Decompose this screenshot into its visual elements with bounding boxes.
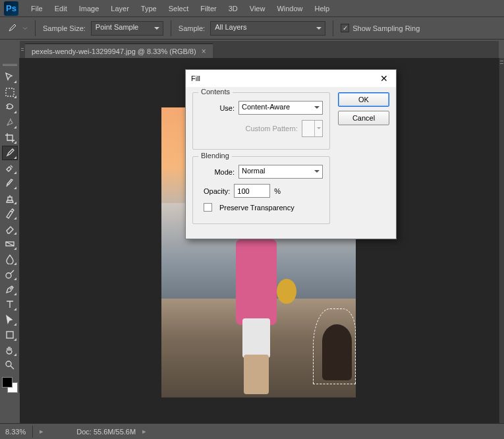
brush-tool[interactable] (2, 176, 18, 190)
dodge-tool[interactable] (2, 267, 18, 281)
custom-pattern-label: Custom Pattern: (246, 125, 298, 132)
menu-bar: Ps File Edit Image Layer Type Select Fil… (0, 0, 504, 17)
document-tab-title: pexels-wendy-wei-13299947.jpg @ 8.33% (R… (32, 47, 196, 55)
crop-tool[interactable] (2, 131, 18, 145)
sample-size-select[interactable]: Point Sample (91, 21, 163, 36)
menu-3d[interactable]: 3D (223, 2, 244, 15)
app-logo-icon: Ps (4, 1, 18, 16)
blending-legend: Blending (198, 152, 232, 160)
gradient-tool[interactable] (2, 237, 18, 251)
marching-ants-selection (313, 308, 356, 384)
cancel-button[interactable]: Cancel (338, 111, 389, 125)
document-tab[interactable]: pexels-wendy-wei-13299947.jpg @ 8.33% (R… (25, 44, 213, 58)
marquee-tool[interactable] (2, 85, 18, 100)
document-tab-strip: pexels-wendy-wei-13299947.jpg @ 8.33% (R… (20, 41, 499, 58)
options-bar: Sample Size: Point Sample Sample: All La… (0, 17, 504, 40)
shape-tool[interactable] (2, 328, 18, 342)
healing-brush-tool[interactable] (2, 161, 18, 175)
lasso-tool[interactable] (2, 100, 18, 115)
quick-select-tool[interactable] (2, 115, 18, 130)
chevron-down-icon (314, 121, 322, 136)
tab-grip-icon[interactable] (20, 41, 25, 58)
history-brush-tool[interactable] (2, 206, 18, 221)
eraser-tool[interactable] (2, 221, 18, 236)
status-menu-icon[interactable]: ▸ (40, 427, 43, 436)
chevron-right-icon[interactable]: ▸ (142, 427, 146, 436)
status-doc-label: Doc: (76, 428, 92, 436)
preserve-transparency-checkbox[interactable] (204, 203, 212, 212)
contents-legend: Contents (198, 88, 233, 96)
opacity-unit: % (274, 187, 281, 195)
menu-view[interactable]: View (244, 2, 271, 15)
opacity-label: Opacity: (204, 187, 230, 195)
preserve-transparency-label: Preserve Transparency (219, 204, 294, 212)
mode-label: Mode: (214, 168, 235, 176)
eyedropper-tool[interactable] (2, 146, 18, 160)
dialog-titlebar[interactable]: Fill ✕ (186, 70, 396, 87)
svg-rect-0 (6, 88, 14, 96)
close-tab-icon[interactable]: × (202, 47, 206, 56)
menu-edit[interactable]: Edit (49, 2, 73, 15)
hand-tool[interactable] (2, 343, 18, 357)
contents-group: Contents Use: Content-Aware Custom Patte… (192, 92, 330, 150)
ok-button[interactable]: OK (338, 92, 389, 107)
show-sampling-ring-label: Show Sampling Ring (352, 24, 420, 32)
clone-stamp-tool[interactable] (2, 191, 18, 206)
path-select-tool[interactable] (2, 312, 18, 327)
opacity-input[interactable] (234, 184, 270, 198)
menu-filter[interactable]: Filter (194, 2, 222, 15)
show-sampling-ring-checkbox[interactable]: ✓ Show Sampling Ring (341, 24, 420, 32)
chevron-down-icon[interactable] (22, 23, 28, 34)
svg-point-4 (6, 361, 11, 366)
menu-layer[interactable]: Layer (105, 2, 135, 15)
status-bar: 8.33% ▸ Doc: 55.6M/55.6M ▸ (0, 423, 504, 439)
menu-file[interactable]: File (25, 2, 49, 15)
separator (171, 20, 171, 36)
status-zoom[interactable]: 8.33% (5, 428, 26, 436)
move-tool[interactable] (2, 70, 18, 84)
separator (333, 20, 333, 36)
use-label: Use: (219, 104, 235, 112)
pen-tool[interactable] (2, 282, 18, 297)
type-tool[interactable] (2, 297, 18, 312)
color-swatches[interactable] (2, 377, 18, 393)
menu-type[interactable]: Type (135, 2, 163, 15)
sample-select[interactable]: All Layers (210, 21, 325, 36)
custom-pattern-picker (302, 120, 323, 137)
separator (35, 20, 36, 36)
toolbox (0, 58, 20, 393)
blending-group: Blending Mode: Normal Opacity: % Preserv… (192, 156, 330, 224)
panel-dock[interactable] (499, 58, 504, 423)
svg-point-2 (6, 273, 11, 278)
status-doc-value: 55.6M/55.6M (94, 428, 136, 436)
menu-image[interactable]: Image (73, 2, 105, 15)
menu-window[interactable]: Window (271, 2, 308, 15)
use-select[interactable]: Content-Aware (238, 101, 323, 115)
separator (32, 426, 33, 438)
menu-help[interactable]: Help (309, 2, 336, 15)
foreground-color-swatch[interactable] (2, 377, 13, 388)
zoom-tool[interactable] (2, 358, 18, 372)
svg-rect-3 (7, 332, 13, 338)
eyedropper-icon (7, 23, 17, 34)
sample-size-label: Sample Size: (43, 24, 86, 32)
dialog-title: Fill (191, 74, 200, 82)
fill-dialog: Fill ✕ Contents Use: Content-Aware Custo… (185, 69, 397, 239)
checkbox-checked-icon: ✓ (341, 24, 349, 32)
toolbox-grip-icon[interactable] (3, 62, 17, 67)
sample-label: Sample: (179, 24, 205, 32)
dialog-close-button[interactable]: ✕ (378, 72, 391, 85)
blur-tool[interactable] (2, 252, 18, 266)
menu-select[interactable]: Select (163, 2, 195, 15)
mode-select[interactable]: Normal (238, 165, 323, 179)
